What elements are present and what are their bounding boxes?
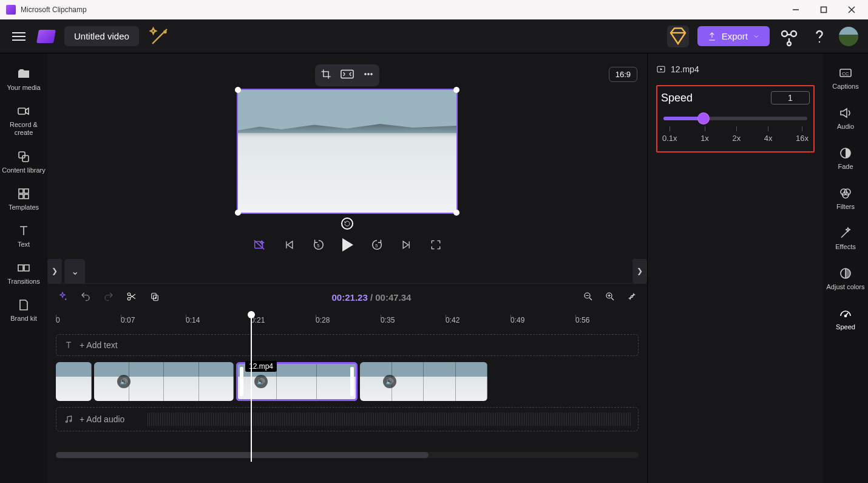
redo-icon[interactable]	[103, 291, 114, 304]
trim-handle-right[interactable]	[350, 367, 354, 396]
user-avatar[interactable]	[839, 27, 858, 46]
undo-icon[interactable]	[80, 291, 91, 304]
folder-icon	[16, 67, 31, 81]
timeline-toolbar: 00:21.23 / 00:47.34	[47, 283, 647, 311]
video-clip[interactable]: 🔊	[360, 362, 487, 401]
prop-speed[interactable]: Speed	[823, 304, 868, 333]
top-toolbar: Untitled video Export	[0, 19, 868, 53]
adjust-colors-icon	[838, 266, 853, 281]
sidebar-transitions[interactable]: Transitions	[0, 257, 47, 289]
svg-rect-1	[821, 7, 827, 13]
prop-audio[interactable]: Audio	[823, 103, 868, 132]
close-button[interactable]	[838, 0, 866, 19]
panel-collapse-right[interactable]: ❯	[632, 259, 647, 283]
prop-fade[interactable]: Fade	[823, 143, 868, 173]
svg-rect-17	[24, 265, 29, 271]
app-icon	[6, 5, 16, 15]
add-text-track[interactable]: + Add text	[56, 334, 639, 356]
zoom-in-icon[interactable]	[605, 291, 615, 304]
playhead[interactable]	[251, 311, 252, 462]
svg-rect-14	[19, 194, 23, 199]
right-sidebar: CC Captions Audio Fade Filters Effects A…	[823, 53, 868, 483]
video-clip[interactable]: 🔊	[94, 362, 234, 401]
sidebar-your-media[interactable]: Your media	[0, 63, 47, 95]
resize-handle[interactable]	[235, 210, 241, 216]
clipchamp-logo	[36, 30, 56, 43]
export-button[interactable]: Export	[697, 26, 770, 46]
speed-control-panel: Speed 1 0.1x 1x 2x 4x 16x	[656, 85, 815, 152]
timecode: 00:21.23 / 00:47.34	[332, 292, 412, 303]
svg-point-8	[819, 41, 820, 42]
speed-ticks: 0.1x 1x 2x 4x 16x	[661, 126, 810, 143]
maximize-button[interactable]	[810, 0, 838, 19]
sound-icon: 🔊	[383, 375, 396, 388]
resize-handle[interactable]	[453, 87, 459, 93]
video-clip[interactable]	[56, 362, 92, 401]
svg-rect-16	[18, 265, 23, 271]
panel-collapse-left[interactable]: ❯	[47, 259, 62, 283]
premium-diamond-icon[interactable]	[667, 26, 689, 47]
svg-text:CC: CC	[842, 71, 849, 77]
sidebar-text[interactable]: Text	[0, 220, 47, 252]
svg-rect-13	[24, 189, 29, 193]
sidebar-record-create[interactable]: Record & create	[0, 100, 47, 140]
svg-point-19	[365, 74, 366, 75]
camera-icon	[16, 104, 31, 118]
minimize-button[interactable]	[782, 0, 810, 19]
panel-tab-chevron[interactable]: ⌄	[64, 259, 85, 283]
sidebar-content-library[interactable]: Content library	[0, 146, 47, 178]
rewind5-icon[interactable]: 5	[312, 238, 325, 252]
svg-rect-10	[19, 152, 25, 158]
timeline-ruler[interactable]: 0 0:07 0:14 0:21 0:28 0:35 0:42 0:49 0:5…	[47, 311, 647, 329]
window-title: Microsoft Clipchamp	[21, 5, 87, 14]
project-title[interactable]: Untitled video	[64, 26, 139, 46]
prop-filters[interactable]: Filters	[823, 183, 868, 213]
ai-sparkle-icon[interactable]	[57, 291, 68, 304]
prop-captions[interactable]: CC Captions	[823, 63, 868, 92]
video-file-icon	[656, 64, 666, 74]
sidebar-brand-kit[interactable]: Brand kit	[0, 294, 47, 326]
rotate-handle[interactable]	[341, 218, 353, 230]
more-icon[interactable]	[362, 68, 375, 83]
timeline-scrollbar[interactable]	[56, 452, 639, 458]
speed-value-input[interactable]: 1	[771, 91, 810, 104]
play-button[interactable]	[342, 238, 353, 252]
window-titlebar: Microsoft Clipchamp	[0, 0, 868, 19]
copy-plus-icon[interactable]	[149, 291, 160, 304]
add-audio-track[interactable]: + Add audio	[56, 407, 639, 431]
skip-start-icon[interactable]	[283, 239, 295, 251]
sidebar-templates[interactable]: Templates	[0, 183, 47, 215]
slider-knob[interactable]	[697, 112, 710, 125]
speed-slider[interactable]	[663, 117, 807, 120]
svg-point-20	[368, 74, 369, 75]
fit-icon[interactable]	[341, 69, 354, 81]
split-scissors-icon[interactable]	[126, 291, 137, 304]
resize-handle[interactable]	[453, 210, 459, 216]
fullscreen-icon[interactable]	[430, 239, 442, 251]
sound-icon: 🔊	[254, 375, 268, 388]
center-column: 16:9 5 5 ❯ ⌄ ❯	[47, 53, 647, 483]
svg-point-6	[791, 31, 796, 36]
resize-handle[interactable]	[235, 87, 241, 93]
zoom-fit-icon[interactable]	[626, 291, 637, 304]
zoom-out-icon[interactable]	[583, 291, 594, 304]
prop-effects[interactable]: Effects	[823, 224, 868, 253]
help-icon[interactable]	[809, 26, 830, 47]
sound-icon: 🔊	[117, 375, 131, 388]
aspect-ratio[interactable]: 16:9	[609, 67, 637, 82]
prop-adjust-colors[interactable]: Adjust colors	[823, 264, 868, 293]
preview-frame[interactable]	[237, 89, 458, 214]
speed-gauge-icon	[838, 306, 853, 321]
speaker-icon	[838, 106, 853, 120]
share-icon[interactable]	[778, 26, 800, 47]
ai-sparkle-icon[interactable]	[149, 26, 171, 47]
forward5-icon[interactable]: 5	[370, 238, 384, 252]
library-icon	[16, 149, 31, 164]
skip-end-icon[interactable]	[401, 239, 413, 251]
crop-icon[interactable]	[320, 68, 332, 83]
music-note-icon	[64, 414, 73, 424]
trim-handle-left[interactable]	[240, 367, 243, 396]
ai-enhance-icon[interactable]	[253, 238, 266, 252]
menu-button[interactable]	[10, 30, 28, 43]
templates-icon	[16, 187, 31, 201]
